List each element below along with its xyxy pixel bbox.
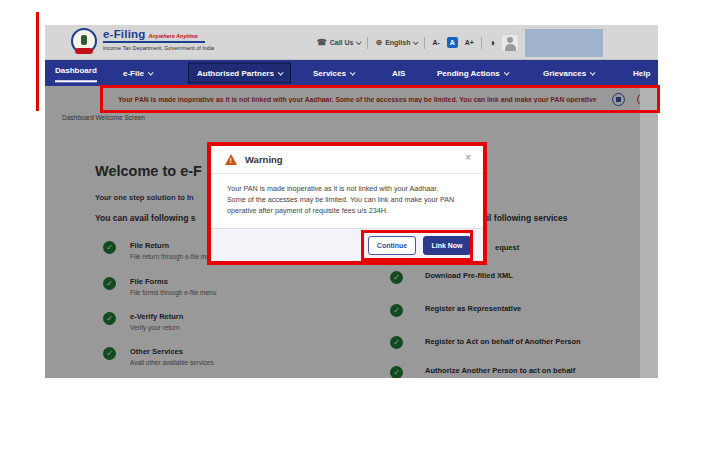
modal-header: ! Warning × xyxy=(211,146,483,174)
chevron-down-icon xyxy=(590,69,596,75)
screenshot-root: e-Filing Anywhere Anytime Income Tax Dep… xyxy=(0,0,720,449)
main-navigation-bar: Dashboarde-FileAuthorised PartnersServic… xyxy=(45,60,658,86)
nav-item-label: Authorised Partners xyxy=(197,69,274,78)
link-now-button[interactable]: Link Now xyxy=(423,236,471,255)
chevron-down-icon xyxy=(148,69,154,75)
nav-item-services[interactable]: Services xyxy=(313,69,354,78)
modal-title: Warning xyxy=(245,154,283,165)
nav-item-e-file[interactable]: e-File xyxy=(123,69,152,78)
nav-item-dashboard[interactable]: Dashboard xyxy=(55,66,97,82)
nav-item-label: Help xyxy=(633,69,650,78)
chevron-down-icon xyxy=(504,69,510,75)
nav-item-label: Dashboard xyxy=(55,66,97,75)
nav-item-help[interactable]: Help xyxy=(633,69,650,78)
warning-modal: ! Warning × Your PAN is made inoperative… xyxy=(207,142,487,265)
nav-item-label: Services xyxy=(313,69,346,78)
chevron-down-icon xyxy=(350,69,356,75)
modal-close-icon[interactable]: × xyxy=(465,153,471,163)
warning-triangle-icon: ! xyxy=(225,154,237,165)
nav-item-label: e-File xyxy=(123,69,144,78)
scrollbar-strip[interactable] xyxy=(640,86,658,378)
nav-item-label: Grievances xyxy=(543,69,586,78)
nav-item-ais[interactable]: AIS xyxy=(392,69,405,78)
nav-item-label: Pending Actions xyxy=(437,69,500,78)
nav-item-authorised-partners[interactable]: Authorised Partners xyxy=(188,63,291,84)
nav-item-grievances[interactable]: Grievances xyxy=(543,69,594,78)
chevron-down-icon xyxy=(278,69,284,75)
nav-item-label: AIS xyxy=(392,69,405,78)
continue-button[interactable]: Continue xyxy=(368,236,416,255)
modal-body-text: Your PAN is made inoperative as it is no… xyxy=(211,174,473,216)
nav-item-pending-actions[interactable]: Pending Actions xyxy=(437,69,508,78)
modal-footer: Continue Link Now xyxy=(211,228,483,261)
annotation-line-left xyxy=(36,12,39,111)
